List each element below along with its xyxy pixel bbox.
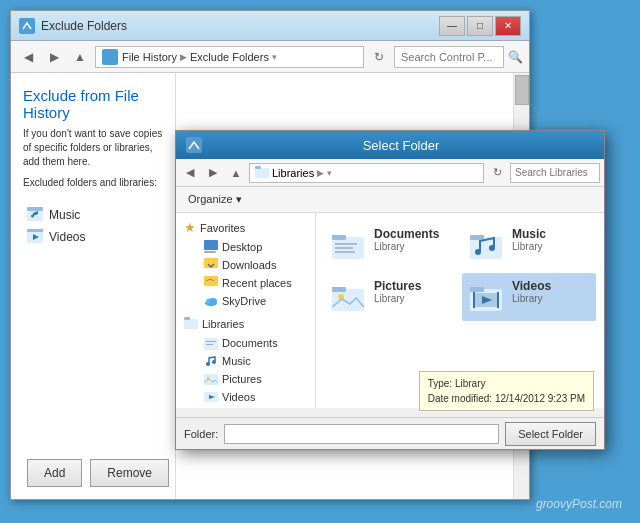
address-bar: ◀ ▶ ▲ File History ▶ Exclude Folders ▾ ↻… xyxy=(11,41,529,73)
dialog-app-icon xyxy=(186,137,202,153)
dialog-address-box[interactable]: Libraries ▶ ▾ xyxy=(249,163,484,183)
page-description: If you don't want to save copies of spec… xyxy=(23,127,163,169)
music-info: Music Library xyxy=(512,227,590,252)
heading-area: Exclude from File History If you don't w… xyxy=(11,73,175,200)
left-panel: Exclude from File History If you don't w… xyxy=(11,73,176,499)
svg-rect-31 xyxy=(335,243,357,245)
select-folder-button[interactable]: Select Folder xyxy=(505,422,596,446)
svg-rect-43 xyxy=(473,292,475,308)
title-bar-controls: — □ ✕ xyxy=(439,16,521,36)
tree-item-recent[interactable]: Recent places xyxy=(196,274,315,292)
breadcrumb-file-history: File History xyxy=(122,51,177,63)
pictures-name: Pictures xyxy=(374,279,452,293)
svg-rect-39 xyxy=(332,287,346,292)
libraries-children: Documents Music Pictures Videos xyxy=(176,334,315,406)
svg-point-37 xyxy=(489,245,495,251)
dialog-footer: Folder: Select Folder xyxy=(176,417,604,449)
svg-rect-44 xyxy=(497,292,499,308)
documents-type: Library xyxy=(374,241,452,252)
pictures-tree-label: Pictures xyxy=(222,373,262,385)
svg-rect-21 xyxy=(206,341,216,342)
svg-point-24 xyxy=(212,360,216,364)
scrollbar-thumb[interactable] xyxy=(515,75,529,105)
list-item[interactable]: Videos xyxy=(11,226,175,248)
music-library-icon xyxy=(27,207,43,223)
videos-tree-icon xyxy=(204,390,218,404)
libraries-header[interactable]: Libraries xyxy=(176,314,315,334)
dialog-title-bar: Select Folder xyxy=(176,131,604,159)
tooltip-type: Type: Library xyxy=(428,376,585,391)
breadcrumb-exclude-folders: Exclude Folders xyxy=(190,51,269,63)
svg-rect-30 xyxy=(332,235,346,240)
music-type: Library xyxy=(512,241,590,252)
tree-item-desktop[interactable]: Desktop xyxy=(196,238,315,256)
folder-input[interactable] xyxy=(224,424,499,444)
dialog-search-input[interactable] xyxy=(510,163,600,183)
svg-rect-11 xyxy=(204,240,218,250)
excluded-label: Excluded folders and libraries: xyxy=(23,177,163,188)
music-folder-icon xyxy=(468,227,504,263)
close-button[interactable]: ✕ xyxy=(495,16,521,36)
tree-item-skydrive[interactable]: SkyDrive xyxy=(196,292,315,310)
tree-item-pictures[interactable]: Pictures xyxy=(196,370,315,388)
minimize-button[interactable]: — xyxy=(439,16,465,36)
documents-name: Documents xyxy=(374,227,452,241)
folder-item-documents[interactable]: Documents Library xyxy=(324,221,458,269)
svg-rect-25 xyxy=(204,374,218,385)
dialog-title-text: Select Folder xyxy=(208,138,594,153)
recent-label: Recent places xyxy=(222,277,292,289)
organize-button[interactable]: Organize ▾ xyxy=(184,191,246,208)
favorites-header[interactable]: ★ Favorites xyxy=(176,217,315,238)
tree-item-documents[interactable]: Documents xyxy=(196,334,315,352)
folder-item-pictures[interactable]: Pictures Library xyxy=(324,273,458,321)
back-button[interactable]: ◀ xyxy=(17,46,39,68)
tooltip-modified: Date modified: 12/14/2012 9:23 PM xyxy=(428,391,585,406)
maximize-button[interactable]: □ xyxy=(467,16,493,36)
tree-item-music[interactable]: Music xyxy=(196,352,315,370)
remove-button[interactable]: Remove xyxy=(90,459,169,487)
folder-item-videos[interactable]: Videos Library xyxy=(462,273,596,321)
search-input[interactable] xyxy=(394,46,504,68)
videos-library-icon xyxy=(27,229,43,245)
dialog-forward-button[interactable]: ▶ xyxy=(203,163,223,183)
music-item-label: Music xyxy=(49,208,80,222)
favorites-section: ★ Favorites Desktop Downloads Recent pla… xyxy=(176,217,315,310)
tree-item-downloads[interactable]: Downloads xyxy=(196,256,315,274)
forward-button[interactable]: ▶ xyxy=(43,46,65,68)
refresh-button[interactable]: ↻ xyxy=(368,46,390,68)
skydrive-icon xyxy=(204,294,218,308)
recent-icon xyxy=(204,276,218,290)
excluded-list: Music Videos xyxy=(11,200,175,252)
window-title: Exclude Folders xyxy=(41,19,127,33)
videos-name: Videos xyxy=(512,279,590,293)
select-folder-dialog: Select Folder ◀ ▶ ▲ Libraries ▶ ▾ ↻ Orga… xyxy=(175,130,605,450)
svg-rect-6 xyxy=(27,229,43,232)
title-bar-left: Exclude Folders xyxy=(19,18,127,34)
videos-folder-icon xyxy=(468,279,504,315)
documents-tree-icon xyxy=(204,336,218,350)
dialog-up-button[interactable]: ▲ xyxy=(226,163,246,183)
libraries-section: Libraries Documents Music Pictures xyxy=(176,314,315,406)
address-box[interactable]: File History ▶ Exclude Folders ▾ xyxy=(95,46,364,68)
dialog-back-button[interactable]: ◀ xyxy=(180,163,200,183)
music-tree-label: Music xyxy=(222,355,251,367)
videos-type: Library xyxy=(512,293,590,304)
svg-rect-0 xyxy=(20,19,34,33)
favorites-children: Desktop Downloads Recent places SkyDrive xyxy=(176,238,315,310)
tree-item-videos[interactable]: Videos xyxy=(196,388,315,406)
folder-item-music[interactable]: Music Library xyxy=(462,221,596,269)
list-item[interactable]: Music xyxy=(11,204,175,226)
dialog-address-bar: ◀ ▶ ▲ Libraries ▶ ▾ ↻ xyxy=(176,159,604,187)
pictures-folder-icon xyxy=(330,279,366,315)
dialog-refresh-button[interactable]: ↻ xyxy=(487,163,507,183)
svg-rect-42 xyxy=(470,287,484,292)
up-button[interactable]: ▲ xyxy=(69,46,91,68)
documents-info: Documents Library xyxy=(374,227,452,252)
star-icon: ★ xyxy=(184,220,196,235)
desktop-label: Desktop xyxy=(222,241,262,253)
svg-point-4 xyxy=(31,215,34,218)
svg-rect-19 xyxy=(184,317,190,320)
svg-rect-10 xyxy=(255,166,261,169)
documents-tree-label: Documents xyxy=(222,337,278,349)
add-button[interactable]: Add xyxy=(27,459,82,487)
